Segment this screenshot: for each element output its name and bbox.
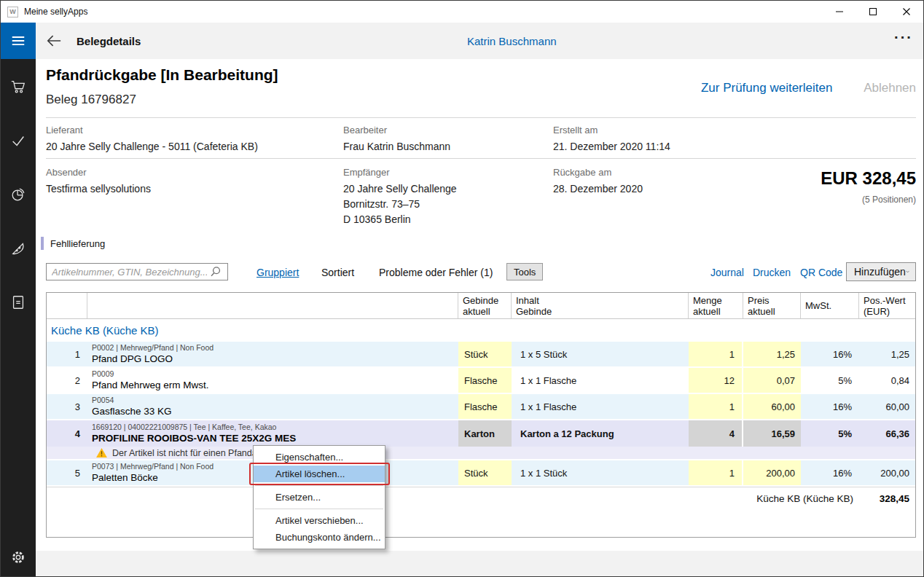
row-number: 1 (47, 342, 87, 366)
col-header-gebinde[interactable]: Gebindeaktuell (458, 293, 512, 318)
field-erstellt-am: Erstellt am 21. Dezember 2020 11:14 (553, 125, 670, 154)
maximize-button[interactable] (856, 1, 890, 23)
minimize-button[interactable] (823, 1, 856, 23)
field-lieferant: Lieferant 20 Jahre Selly Challenge - 501… (46, 125, 258, 154)
col-header-preis[interactable]: Preisaktuell (743, 293, 801, 318)
table-header-row: Gebindeaktuell InhaltGebinde Mengeaktuel… (47, 293, 915, 319)
field-value: Testfirma sellysolutions (46, 181, 151, 197)
field-label: Empfänger (343, 167, 457, 178)
menu-item-artikel-verschieben[interactable]: Artikel verschieben... (254, 512, 385, 529)
gebinde-cell[interactable]: Karton (458, 420, 512, 447)
window-controls (823, 1, 923, 23)
user-name-link[interactable]: Katrin Buschmann (467, 35, 557, 47)
article-name: Paletten Böcke (92, 471, 158, 484)
filter-sortiert[interactable]: Sortiert (321, 267, 354, 278)
sidebar-item-food[interactable] (1, 231, 36, 266)
article-warning-row: Der Artikel ist nicht für einen Pfandab (47, 447, 915, 460)
table-row[interactable]: 1 P0002 | Mehrweg/Pfand | Non Food Pfand… (47, 342, 915, 368)
filter-gruppiert[interactable]: Gruppiert (257, 267, 299, 278)
sidebar-item-settings[interactable] (1, 540, 36, 575)
field-label: Rückgabe am (553, 167, 643, 178)
col-header-inhalt[interactable]: InhaltGebinde (512, 293, 689, 318)
table-row-selected[interactable]: 4 1669120 | 04002221009875 | Tee | Kaffe… (47, 420, 915, 447)
wert-cell: 0,84 (859, 368, 915, 393)
table-row[interactable]: 2 P0009 Pfand Mehrweg erm Mwst. Flasche … (47, 368, 915, 394)
menge-cell[interactable]: 1 (689, 460, 743, 485)
menge-cell[interactable]: 1 (689, 342, 743, 366)
gebinde-cell[interactable]: Flasche (458, 394, 512, 419)
book-icon (10, 294, 26, 310)
menu-button[interactable] (1, 23, 36, 59)
qr-code-link[interactable]: QR Code (800, 267, 842, 278)
cart-icon (10, 79, 26, 95)
article-cell: P0054 Gasflasche 33 KG (87, 394, 458, 419)
document-title: Pfandrückgabe [In Bearbeitung] (46, 66, 278, 84)
article-meta: P0009 (92, 369, 114, 379)
gear-icon (10, 549, 26, 565)
article-toolbar: Gruppiert Sortiert Probleme oder Fehler … (36, 262, 924, 283)
col-header-mwst[interactable]: MwSt. (801, 293, 859, 318)
menu-item-ersetzen[interactable]: Ersetzen... (254, 489, 385, 506)
hinzufuegen-button[interactable]: Hinzufügen (846, 262, 916, 281)
menge-cell[interactable]: 4 (689, 420, 743, 447)
article-name: Gasflasche 33 KG (92, 405, 172, 417)
sidebar-item-reports[interactable] (1, 177, 36, 212)
sidebar-item-tasks[interactable] (1, 123, 36, 158)
row-number: 4 (47, 420, 87, 447)
search-input[interactable] (47, 267, 210, 278)
hamburger-icon (10, 33, 26, 49)
preis-cell[interactable]: 16,59 (743, 420, 801, 447)
forward-for-review-button[interactable]: Zur Prüfung weiterleiten (701, 81, 832, 95)
field-value: 21. Dezember 2020 11:14 (553, 139, 670, 154)
col-header-wert[interactable]: Pos.-Wert(EUR) (859, 293, 915, 318)
table-row[interactable]: 5 P0073 | Mehrweg/Pfand | Non Food Palet… (47, 460, 915, 487)
field-label: Erstellt am (553, 125, 670, 136)
table-row[interactable]: 3 P0054 Gasflasche 33 KG Flasche 1 x 1 F… (47, 394, 915, 420)
mwst-cell: 16% (801, 394, 859, 419)
field-value: 20 Jahre Selly Challenge Bornitzstr. 73–… (343, 181, 457, 227)
back-button[interactable] (44, 32, 63, 50)
warning-text: Der Artikel ist nicht für einen Pfandab (112, 448, 262, 458)
gebinde-cell[interactable]: Stück (458, 342, 512, 366)
tag-color-bar (41, 237, 44, 250)
preis-cell[interactable]: 200,00 (743, 460, 801, 485)
menge-cell[interactable]: 12 (689, 368, 743, 393)
field-label: Lieferant (46, 125, 258, 136)
divider (46, 158, 916, 159)
article-meta: P0073 | Mehrweg/Pfand | Non Food (92, 462, 214, 471)
gebinde-cell[interactable]: Flasche (458, 368, 512, 393)
menu-item-eigenschaften[interactable]: Eigenschaften... (254, 449, 385, 466)
preis-cell[interactable]: 1,25 (743, 342, 801, 366)
mwst-cell: 5% (801, 420, 859, 447)
close-icon (902, 7, 911, 16)
col-header-menge[interactable]: Mengeaktuell (689, 293, 743, 318)
menu-item-buchungskonto-aendern[interactable]: Buchungskonto ändern... (254, 529, 385, 546)
menge-cell[interactable]: 1 (689, 394, 743, 419)
divider (46, 117, 916, 118)
article-name: Pfand Mehrweg erm Mwst. (92, 379, 209, 391)
article-meta: 1669120 | 04002221009875 | Tee | Kaffee,… (92, 423, 276, 432)
col-header-article (87, 293, 458, 318)
preis-cell[interactable]: 60,00 (743, 394, 801, 419)
close-button[interactable] (890, 1, 923, 23)
preis-cell[interactable]: 0,07 (743, 368, 801, 393)
drucken-link[interactable]: Drucken (753, 267, 791, 278)
bottom-strip (36, 551, 924, 577)
inhalt-cell: 1 x 1 Flasche (512, 394, 689, 419)
gebinde-cell[interactable]: Stück (458, 460, 512, 485)
journal-link[interactable]: Journal (710, 267, 744, 278)
more-options-icon[interactable]: ··· (894, 29, 913, 46)
filter-probleme[interactable]: Probleme oder Fehler (1) (379, 267, 493, 278)
sidebar-item-journal[interactable] (1, 285, 36, 320)
reject-button: Ablehnen (864, 81, 916, 95)
header-bar: Belegdetails Katrin Buschmann ··· (1, 23, 923, 59)
menu-item-artikel-loeschen[interactable]: Artikel löschen... (254, 466, 385, 482)
tag-label: Fehllieferung (50, 238, 105, 249)
maximize-icon (869, 7, 877, 16)
inhalt-cell: Karton a 12 Packung (512, 420, 689, 447)
group-footer-label: Küche KB (Küche KB) (47, 487, 859, 510)
article-search[interactable] (46, 263, 228, 280)
search-icon[interactable] (210, 266, 223, 278)
tools-button[interactable]: Tools (506, 263, 543, 280)
sidebar-item-cart[interactable] (1, 69, 36, 104)
